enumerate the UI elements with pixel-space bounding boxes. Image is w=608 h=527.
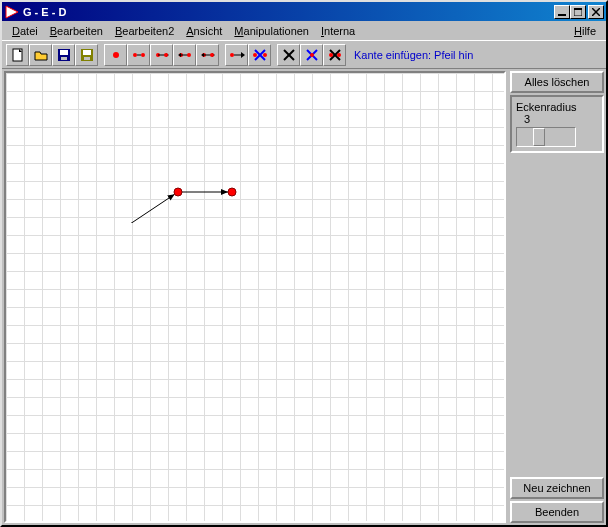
svg-rect-12 <box>83 50 91 55</box>
menu-bearbeiten[interactable]: Bearbeiten <box>44 23 109 39</box>
quit-button[interactable]: Beenden <box>510 501 604 523</box>
edge-tool-2[interactable] <box>150 44 173 66</box>
svg-rect-9 <box>60 50 68 55</box>
svg-point-17 <box>141 53 145 57</box>
delete-tool-3[interactable] <box>323 44 346 66</box>
radius-value: 3 <box>516 113 598 125</box>
svg-marker-33 <box>241 52 245 58</box>
menu-bearbeiten2[interactable]: Bearbeiten2 <box>109 23 180 39</box>
svg-marker-0 <box>6 6 18 18</box>
open-button[interactable] <box>29 44 52 66</box>
delete-tool-2[interactable] <box>300 44 323 66</box>
arrow-forward-tool[interactable] <box>225 44 248 66</box>
slider-thumb[interactable] <box>533 128 545 146</box>
delete-tool-1[interactable] <box>277 44 300 66</box>
menu-hilfe[interactable]: Hilfe <box>568 23 602 39</box>
svg-point-30 <box>210 53 214 57</box>
svg-point-15 <box>133 53 137 57</box>
svg-point-21 <box>164 53 168 57</box>
svg-marker-27 <box>201 53 204 57</box>
edge-tool-3[interactable] <box>173 44 196 66</box>
minimize-button[interactable] <box>554 5 570 19</box>
graph-svg <box>6 73 306 223</box>
graph-edge <box>127 194 174 223</box>
menu-ansicht[interactable]: Ansicht <box>180 23 228 39</box>
svg-point-25 <box>187 53 191 57</box>
svg-point-37 <box>263 53 267 57</box>
edge-tool-1[interactable] <box>127 44 150 66</box>
close-button[interactable] <box>588 5 604 19</box>
graph-node[interactable] <box>228 188 236 196</box>
svg-rect-3 <box>574 8 582 10</box>
titlebar: G - E - D <box>2 2 606 21</box>
svg-rect-1 <box>558 14 566 16</box>
menu-datei[interactable]: Datei <box>6 23 44 39</box>
vertex-tool[interactable] <box>104 44 127 66</box>
toolbar: Kante einfügen: Pfeil hin <box>2 40 606 68</box>
radius-label: Eckenradius <box>516 101 598 113</box>
svg-point-14 <box>113 52 119 58</box>
svg-rect-13 <box>84 57 90 60</box>
svg-rect-10 <box>61 57 67 60</box>
svg-point-46 <box>337 53 341 57</box>
graph-canvas[interactable] <box>4 71 506 523</box>
sidebar: Alles löschen Eckenradius 3 Neu zeichnen… <box>508 69 606 525</box>
svg-point-31 <box>230 53 234 57</box>
new-button[interactable] <box>6 44 29 66</box>
maximize-button[interactable] <box>570 5 586 19</box>
menu-manipulationen[interactable]: Manipulationen <box>228 23 315 39</box>
graph-node[interactable] <box>174 188 182 196</box>
app-icon <box>4 4 20 20</box>
save-as-button[interactable] <box>75 44 98 66</box>
clear-all-button[interactable]: Alles löschen <box>510 71 604 93</box>
save-button[interactable] <box>52 44 75 66</box>
cross-tool-blue[interactable] <box>248 44 271 66</box>
window-title: G - E - D <box>23 6 554 18</box>
radius-panel: Eckenradius 3 <box>510 95 604 153</box>
radius-slider[interactable] <box>516 127 576 147</box>
edge-tool-4[interactable] <box>196 44 219 66</box>
svg-point-36 <box>253 53 257 57</box>
menu-interna[interactable]: Interna <box>315 23 361 39</box>
menubar: Datei Bearbeiten Bearbeiten2 Ansicht Man… <box>2 21 606 40</box>
svg-point-45 <box>329 53 333 57</box>
svg-point-42 <box>310 53 314 57</box>
redraw-button[interactable]: Neu zeichnen <box>510 477 604 499</box>
toolbar-status: Kante einfügen: Pfeil hin <box>354 49 473 61</box>
svg-marker-23 <box>178 53 181 57</box>
